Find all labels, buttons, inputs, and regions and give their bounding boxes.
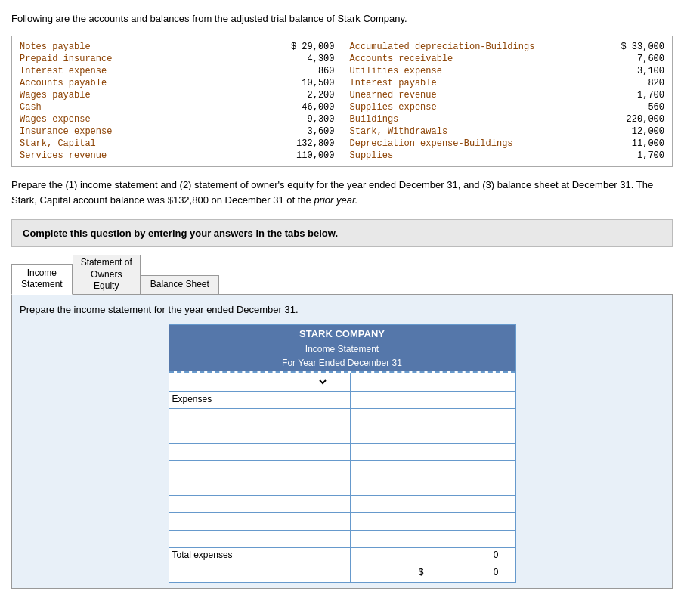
- total-expenses-value: 0: [426, 548, 502, 565]
- expense-amt-3a[interactable]: [351, 444, 426, 460]
- expense-input-amt-3b[interactable]: [429, 445, 499, 459]
- expense-input-name-4[interactable]: [172, 463, 347, 476]
- expense-input-name-1[interactable]: [172, 410, 347, 424]
- expense-amt-8b[interactable]: [426, 531, 502, 547]
- account-name: Stark, Withdrawals: [350, 126, 448, 137]
- account-name: Stark, Capital: [20, 138, 96, 149]
- account-name: Prepaid insurance: [20, 54, 112, 64]
- expense-input-amt-3a[interactable]: [354, 445, 422, 459]
- expense-input-name-5[interactable]: [172, 480, 347, 494]
- expense-input-amt-8a[interactable]: [354, 532, 422, 546]
- tab-statement-owners-equity[interactable]: Statement ofOwnersEquity: [73, 255, 141, 294]
- expense-input-amt-1b[interactable]: [429, 410, 499, 424]
- revenue-input-1[interactable]: [354, 374, 422, 388]
- account-name: Utilities expense: [350, 66, 442, 76]
- account-left-row: Wages expense9,300: [20, 113, 335, 125]
- expense-amt-5a[interactable]: [351, 478, 426, 495]
- expense-input-amt-4a[interactable]: [354, 463, 422, 476]
- expense-name-4[interactable]: [169, 461, 351, 478]
- expense-amt-4a[interactable]: [351, 461, 426, 478]
- expense-input-amt-6b[interactable]: [429, 497, 499, 511]
- revenue-amount-col2[interactable]: [426, 373, 502, 391]
- net-income-label-input[interactable]: [172, 568, 347, 578]
- account-amount: 860: [312, 66, 335, 76]
- expense-name-3[interactable]: [169, 444, 351, 460]
- expenses-label-cell: Expenses: [169, 392, 351, 408]
- expense-amt-8a[interactable]: [351, 531, 426, 547]
- accounts-left-col: Notes payable$ 29,000Prepaid insurance4,…: [20, 41, 335, 162]
- account-left-row: Services revenue110,000: [20, 150, 335, 162]
- account-amount: 1,700: [631, 90, 664, 101]
- expense-input-amt-7a[interactable]: [354, 515, 422, 528]
- expense-input-amt-1a[interactable]: [354, 410, 422, 424]
- net-income-row: $ 0: [169, 565, 515, 583]
- expense-row-4: [169, 461, 515, 478]
- expense-input-name-7[interactable]: [172, 515, 347, 528]
- account-amount: 3,600: [301, 126, 334, 137]
- account-left-row: Notes payable$ 29,000: [20, 41, 335, 53]
- tab-income-statement[interactable]: IncomeStatement: [11, 264, 73, 295]
- account-right-row: Accumulated depreciation-Buildings$ 33,0…: [350, 41, 665, 53]
- expense-input-amt-5b[interactable]: [429, 480, 499, 494]
- expense-input-name-3[interactable]: [172, 445, 347, 459]
- expense-amt-3b[interactable]: [426, 444, 502, 460]
- expense-input-amt-2a[interactable]: [354, 428, 422, 441]
- account-name: Notes payable: [20, 42, 91, 52]
- account-amount: 46,000: [296, 102, 334, 113]
- expense-amt-1b[interactable]: [426, 409, 502, 426]
- total-expenses-row: Total expenses 0: [169, 548, 515, 565]
- expense-input-amt-6a[interactable]: [354, 497, 422, 511]
- statement-title: Income Statement: [169, 342, 515, 356]
- expense-input-name-2[interactable]: [172, 428, 347, 441]
- expense-input-name-6[interactable]: [172, 497, 347, 511]
- tab-balance-sheet[interactable]: Balance Sheet: [141, 275, 219, 294]
- revenue-dropdown[interactable]: Services revenue: [172, 374, 330, 389]
- expense-amt-1a[interactable]: [351, 409, 426, 426]
- intro-text: Following are the accounts and balances …: [11, 11, 673, 26]
- expense-amt-6a[interactable]: [351, 496, 426, 512]
- expense-amt-7b[interactable]: [426, 513, 502, 530]
- expense-amt-6b[interactable]: [426, 496, 502, 512]
- expense-input-amt-8b[interactable]: [429, 532, 499, 546]
- expense-input-name-8[interactable]: [172, 532, 347, 546]
- account-amount: $ 29,000: [285, 42, 335, 52]
- account-name: Wages expense: [20, 114, 91, 125]
- expense-input-amt-7b[interactable]: [429, 515, 499, 528]
- account-left-row: Accounts payable10,500: [20, 77, 335, 89]
- account-amount: 3,100: [631, 66, 664, 76]
- account-right-row: Utilities expense3,100: [350, 65, 665, 77]
- tab-content: Prepare the income statement for the yea…: [11, 295, 673, 589]
- net-income-label-cell[interactable]: [169, 565, 351, 582]
- account-right-row: Unearned revenue1,700: [350, 89, 665, 101]
- expense-amt-5b[interactable]: [426, 478, 502, 495]
- revenue-input-2[interactable]: [429, 374, 499, 388]
- expense-row-6: [169, 496, 515, 513]
- account-name: Cash: [20, 102, 42, 113]
- expense-name-6[interactable]: [169, 496, 351, 512]
- expense-amt-2b[interactable]: [426, 426, 502, 443]
- account-amount: 11,000: [626, 138, 664, 149]
- expense-name-2[interactable]: [169, 426, 351, 443]
- expense-amt-2a[interactable]: [351, 426, 426, 443]
- expense-amt-7a[interactable]: [351, 513, 426, 530]
- expense-input-amt-4b[interactable]: [429, 463, 499, 476]
- expense-name-7[interactable]: [169, 513, 351, 530]
- expense-name-1[interactable]: [169, 409, 351, 426]
- account-left-row: Wages payable2,200: [20, 89, 335, 101]
- account-amount: 560: [642, 102, 664, 113]
- revenue-row: Services revenue: [169, 373, 515, 392]
- expense-amt-4b[interactable]: [426, 461, 502, 478]
- expenses-header-col1: [351, 392, 426, 408]
- account-left-row: Stark, Capital132,800: [20, 138, 335, 150]
- revenue-amount-col1[interactable]: [351, 373, 426, 391]
- income-statement-table: STARK COMPANY Income Statement For Year …: [169, 324, 516, 583]
- expense-input-amt-5a[interactable]: [354, 480, 422, 494]
- account-right-row: Supplies1,700: [350, 150, 665, 162]
- expense-input-amt-2b[interactable]: [429, 428, 499, 441]
- revenue-label-cell[interactable]: Services revenue: [169, 373, 351, 391]
- net-income-value: 0: [426, 565, 502, 582]
- account-amount: 820: [642, 78, 664, 88]
- account-right-row: Supplies expense560: [350, 101, 665, 113]
- expense-name-8[interactable]: [169, 531, 351, 547]
- expense-name-5[interactable]: [169, 478, 351, 495]
